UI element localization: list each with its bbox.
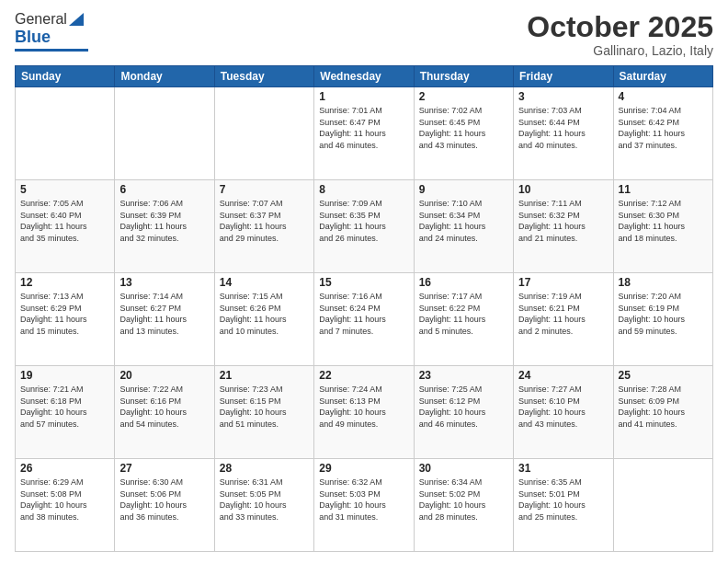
day-number: 31 bbox=[518, 462, 608, 475]
day-number: 18 bbox=[619, 276, 708, 289]
table-row: 13Sunrise: 7:14 AM Sunset: 6:27 PM Dayli… bbox=[115, 273, 214, 366]
day-number: 22 bbox=[319, 369, 408, 382]
logo-blue-text: Blue bbox=[15, 28, 51, 47]
day-info: Sunrise: 7:27 AM Sunset: 6:10 PM Dayligh… bbox=[518, 384, 608, 430]
day-number: 5 bbox=[20, 183, 109, 196]
day-info: Sunrise: 7:16 AM Sunset: 6:24 PM Dayligh… bbox=[319, 291, 408, 337]
col-friday: Friday bbox=[514, 66, 613, 87]
day-info: Sunrise: 7:25 AM Sunset: 6:12 PM Dayligh… bbox=[419, 384, 508, 430]
day-number: 7 bbox=[220, 183, 309, 196]
table-row: 25Sunrise: 7:28 AM Sunset: 6:09 PM Dayli… bbox=[613, 366, 712, 459]
day-number: 23 bbox=[419, 369, 508, 382]
day-info: Sunrise: 7:07 AM Sunset: 6:37 PM Dayligh… bbox=[220, 198, 309, 244]
table-row: 15Sunrise: 7:16 AM Sunset: 6:24 PM Dayli… bbox=[314, 273, 414, 366]
table-row: 7Sunrise: 7:07 AM Sunset: 6:37 PM Daylig… bbox=[214, 180, 313, 273]
calendar-table: Sunday Monday Tuesday Wednesday Thursday… bbox=[15, 65, 713, 552]
table-row: 22Sunrise: 7:24 AM Sunset: 6:13 PM Dayli… bbox=[314, 366, 414, 459]
table-row: 8Sunrise: 7:09 AM Sunset: 6:35 PM Daylig… bbox=[314, 180, 414, 273]
table-row bbox=[214, 87, 313, 180]
logo: General Blue bbox=[15, 11, 88, 52]
day-number: 9 bbox=[419, 183, 508, 196]
table-row bbox=[115, 87, 214, 180]
day-number: 27 bbox=[119, 462, 209, 475]
day-info: Sunrise: 7:20 AM Sunset: 6:19 PM Dayligh… bbox=[619, 291, 708, 337]
day-info: Sunrise: 7:21 AM Sunset: 6:18 PM Dayligh… bbox=[20, 384, 109, 430]
day-info: Sunrise: 7:17 AM Sunset: 6:22 PM Dayligh… bbox=[419, 291, 508, 337]
day-info: Sunrise: 7:06 AM Sunset: 6:39 PM Dayligh… bbox=[119, 198, 209, 244]
table-row: 9Sunrise: 7:10 AM Sunset: 6:34 PM Daylig… bbox=[414, 180, 513, 273]
col-thursday: Thursday bbox=[414, 66, 513, 87]
day-info: Sunrise: 7:01 AM Sunset: 6:47 PM Dayligh… bbox=[319, 105, 408, 151]
table-row: 31Sunrise: 6:35 AM Sunset: 5:01 PM Dayli… bbox=[514, 459, 613, 552]
table-row: 17Sunrise: 7:19 AM Sunset: 6:21 PM Dayli… bbox=[514, 273, 613, 366]
day-number: 4 bbox=[619, 90, 708, 103]
day-number: 11 bbox=[619, 183, 708, 196]
page: General Blue October 2025 Gallinaro, Laz… bbox=[0, 0, 728, 563]
table-row: 2Sunrise: 7:02 AM Sunset: 6:45 PM Daylig… bbox=[414, 87, 513, 180]
day-number: 24 bbox=[518, 369, 608, 382]
day-info: Sunrise: 7:02 AM Sunset: 6:45 PM Dayligh… bbox=[419, 105, 508, 151]
col-wednesday: Wednesday bbox=[314, 66, 414, 87]
table-row: 12Sunrise: 7:13 AM Sunset: 6:29 PM Dayli… bbox=[16, 273, 115, 366]
calendar-week-row: 1Sunrise: 7:01 AM Sunset: 6:47 PM Daylig… bbox=[16, 87, 713, 180]
col-tuesday: Tuesday bbox=[214, 66, 313, 87]
table-row: 16Sunrise: 7:17 AM Sunset: 6:22 PM Dayli… bbox=[414, 273, 513, 366]
day-info: Sunrise: 6:29 AM Sunset: 5:08 PM Dayligh… bbox=[20, 477, 109, 523]
day-info: Sunrise: 7:14 AM Sunset: 6:27 PM Dayligh… bbox=[119, 291, 209, 337]
day-number: 2 bbox=[419, 90, 508, 103]
table-row: 10Sunrise: 7:11 AM Sunset: 6:32 PM Dayli… bbox=[514, 180, 613, 273]
day-info: Sunrise: 6:30 AM Sunset: 5:06 PM Dayligh… bbox=[119, 477, 209, 523]
day-number: 28 bbox=[220, 462, 309, 475]
day-number: 15 bbox=[319, 276, 408, 289]
day-number: 14 bbox=[220, 276, 309, 289]
day-number: 3 bbox=[518, 90, 608, 103]
svg-marker-0 bbox=[69, 13, 84, 26]
day-number: 26 bbox=[20, 462, 109, 475]
day-number: 1 bbox=[319, 90, 408, 103]
col-sunday: Sunday bbox=[16, 66, 115, 87]
day-info: Sunrise: 6:35 AM Sunset: 5:01 PM Dayligh… bbox=[518, 477, 608, 523]
day-info: Sunrise: 7:09 AM Sunset: 6:35 PM Dayligh… bbox=[319, 198, 408, 244]
table-row: 3Sunrise: 7:03 AM Sunset: 6:44 PM Daylig… bbox=[514, 87, 613, 180]
calendar-week-row: 26Sunrise: 6:29 AM Sunset: 5:08 PM Dayli… bbox=[16, 459, 713, 552]
table-row bbox=[16, 87, 115, 180]
day-number: 30 bbox=[419, 462, 508, 475]
day-info: Sunrise: 7:03 AM Sunset: 6:44 PM Dayligh… bbox=[518, 105, 608, 151]
calendar-week-row: 19Sunrise: 7:21 AM Sunset: 6:18 PM Dayli… bbox=[16, 366, 713, 459]
day-number: 12 bbox=[20, 276, 109, 289]
day-number: 17 bbox=[518, 276, 608, 289]
day-number: 20 bbox=[119, 369, 209, 382]
day-info: Sunrise: 7:24 AM Sunset: 6:13 PM Dayligh… bbox=[319, 384, 408, 430]
day-info: Sunrise: 7:13 AM Sunset: 6:29 PM Dayligh… bbox=[20, 291, 109, 337]
day-number: 10 bbox=[518, 183, 608, 196]
header-row: Sunday Monday Tuesday Wednesday Thursday… bbox=[16, 66, 713, 87]
day-info: Sunrise: 7:28 AM Sunset: 6:09 PM Dayligh… bbox=[619, 384, 708, 430]
day-number: 16 bbox=[419, 276, 508, 289]
day-info: Sunrise: 7:23 AM Sunset: 6:15 PM Dayligh… bbox=[220, 384, 309, 430]
calendar-week-row: 5Sunrise: 7:05 AM Sunset: 6:40 PM Daylig… bbox=[16, 180, 713, 273]
month-title: October 2025 bbox=[527, 11, 713, 43]
logo-general-text: General bbox=[15, 11, 67, 28]
day-number: 8 bbox=[319, 183, 408, 196]
day-number: 25 bbox=[619, 369, 708, 382]
day-number: 21 bbox=[220, 369, 309, 382]
table-row bbox=[613, 459, 712, 552]
day-info: Sunrise: 6:34 AM Sunset: 5:02 PM Dayligh… bbox=[419, 477, 508, 523]
day-number: 19 bbox=[20, 369, 109, 382]
day-info: Sunrise: 7:04 AM Sunset: 6:42 PM Dayligh… bbox=[619, 105, 708, 151]
table-row: 21Sunrise: 7:23 AM Sunset: 6:15 PM Dayli… bbox=[214, 366, 313, 459]
table-row: 20Sunrise: 7:22 AM Sunset: 6:16 PM Dayli… bbox=[115, 366, 214, 459]
table-row: 30Sunrise: 6:34 AM Sunset: 5:02 PM Dayli… bbox=[414, 459, 513, 552]
table-row: 4Sunrise: 7:04 AM Sunset: 6:42 PM Daylig… bbox=[613, 87, 712, 180]
calendar-week-row: 12Sunrise: 7:13 AM Sunset: 6:29 PM Dayli… bbox=[16, 273, 713, 366]
table-row: 11Sunrise: 7:12 AM Sunset: 6:30 PM Dayli… bbox=[613, 180, 712, 273]
table-row: 1Sunrise: 7:01 AM Sunset: 6:47 PM Daylig… bbox=[314, 87, 414, 180]
table-row: 24Sunrise: 7:27 AM Sunset: 6:10 PM Dayli… bbox=[514, 366, 613, 459]
day-info: Sunrise: 7:10 AM Sunset: 6:34 PM Dayligh… bbox=[419, 198, 508, 244]
day-number: 13 bbox=[119, 276, 209, 289]
table-row: 27Sunrise: 6:30 AM Sunset: 5:06 PM Dayli… bbox=[115, 459, 214, 552]
table-row: 29Sunrise: 6:32 AM Sunset: 5:03 PM Dayli… bbox=[314, 459, 414, 552]
day-info: Sunrise: 6:32 AM Sunset: 5:03 PM Dayligh… bbox=[319, 477, 408, 523]
day-info: Sunrise: 7:12 AM Sunset: 6:30 PM Dayligh… bbox=[619, 198, 708, 244]
header: General Blue October 2025 Gallinaro, Laz… bbox=[15, 11, 713, 58]
